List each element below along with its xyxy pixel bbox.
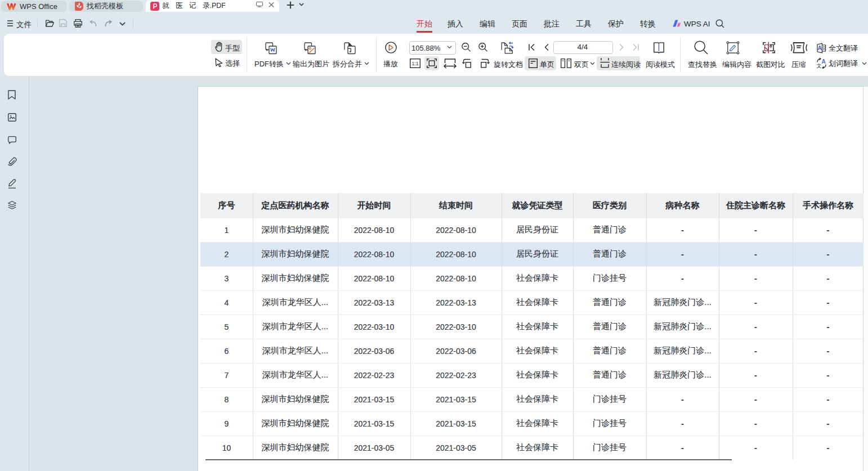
- svg-text:A: A: [821, 59, 825, 65]
- svg-text:文: 文: [817, 63, 822, 69]
- svg-text:1:1: 1:1: [412, 61, 419, 66]
- svg-text:A: A: [817, 44, 822, 51]
